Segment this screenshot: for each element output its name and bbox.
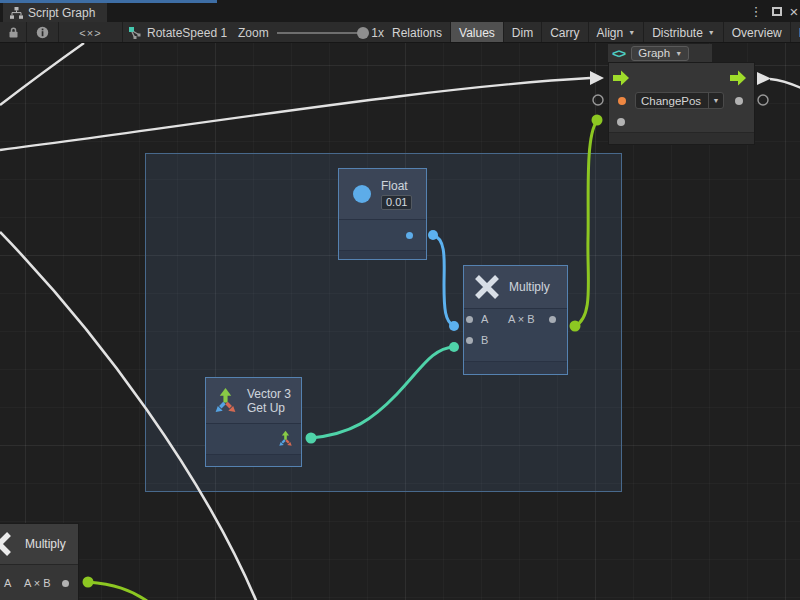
toolbar-divider xyxy=(122,22,123,43)
node-footer xyxy=(609,132,754,144)
graph-toolbar: <×> RotateSpeed 1 Zoom 1x Relations Valu… xyxy=(0,22,800,43)
graph-dropdown-button[interactable]: Graph ▼ xyxy=(631,46,689,61)
wire-arrowhead-out xyxy=(757,72,771,85)
lock-icon xyxy=(7,26,20,39)
graph-hierarchy-icon xyxy=(10,7,23,19)
maximize-glyph xyxy=(772,7,782,16)
toolbar-buttons: Relations Values Dim Carry Align▼ Distri… xyxy=(384,22,800,43)
overview-button[interactable]: Overview xyxy=(724,22,791,43)
info-icon xyxy=(36,26,49,39)
chevron-down-icon: ▼ xyxy=(708,93,723,108)
output-port[interactable] xyxy=(62,580,69,587)
relations-button[interactable]: Relations xyxy=(384,22,451,43)
output-label: A × B xyxy=(24,577,51,589)
tab-bar: Script Graph ⋮ × xyxy=(0,0,800,22)
zoom-control: Zoom 1x xyxy=(238,22,384,43)
selection-marquee xyxy=(145,153,622,492)
graph-reference-label: RotateSpeed 1 xyxy=(147,26,227,40)
align-dropdown-button[interactable]: Align▼ xyxy=(589,22,645,43)
value-port[interactable] xyxy=(617,118,625,126)
full-screen-button[interactable]: Full Screen xyxy=(791,22,800,43)
zoom-value: 1x xyxy=(371,26,384,40)
wire-endpoint xyxy=(592,115,603,126)
wire-white-out-of-event[interactable] xyxy=(770,79,800,88)
graph-header-strip: <> Graph ▼ xyxy=(608,44,712,62)
tab-script-graph[interactable]: Script Graph xyxy=(3,3,107,22)
chevron-down-icon: ▼ xyxy=(708,29,715,36)
dim-button[interactable]: Dim xyxy=(504,22,542,43)
node-title: Multiply xyxy=(25,537,66,551)
output-port[interactable] xyxy=(735,97,743,105)
value-port-orange[interactable] xyxy=(618,97,626,105)
script-graph-window: Script Graph ⋮ × <×> xyxy=(0,0,800,600)
chevron-down-icon: ▼ xyxy=(628,29,635,36)
zoom-slider-handle[interactable] xyxy=(357,27,369,39)
code-preview-button[interactable]: <×> xyxy=(59,22,122,43)
multiply-node-partial[interactable]: Multiply A A × B xyxy=(0,523,79,600)
wire-endpoint xyxy=(83,577,94,588)
unconnected-port-right[interactable] xyxy=(758,95,768,105)
zoom-label: Zoom xyxy=(238,26,269,40)
visual-script-icon: <> xyxy=(612,46,625,61)
wire-white-into-event[interactable] xyxy=(0,78,590,150)
carry-button[interactable]: Carry xyxy=(542,22,588,43)
graph-breadcrumb[interactable]: RotateSpeed 1 xyxy=(128,22,238,43)
zoom-slider-track[interactable] xyxy=(277,32,368,34)
wire-multiply2-output[interactable] xyxy=(88,582,147,600)
maximize-icon[interactable] xyxy=(768,0,786,22)
multiply-icon xyxy=(0,531,12,557)
info-button[interactable] xyxy=(27,22,58,43)
changepos-event-dropdown[interactable]: ChangePos ▼ xyxy=(635,92,724,109)
close-icon[interactable]: × xyxy=(786,0,800,22)
lock-button[interactable] xyxy=(0,22,26,43)
window-menu-icon[interactable]: ⋮ xyxy=(748,0,764,22)
values-button[interactable]: Values xyxy=(451,22,504,43)
unconnected-port-left[interactable] xyxy=(593,95,603,105)
code-icon: <×> xyxy=(79,27,101,39)
tab-title: Script Graph xyxy=(28,6,95,20)
event-node[interactable]: ChangePos ▼ xyxy=(608,62,755,145)
distribute-dropdown-button[interactable]: Distribute▼ xyxy=(644,22,724,43)
wire-arrowhead-in xyxy=(590,71,604,85)
graph-canvas[interactable]: <> Graph ▼ ChangePos ▼ xyxy=(0,43,800,600)
script-graph-asset-icon xyxy=(128,26,141,39)
port-label-a: A xyxy=(4,577,11,589)
chevron-down-icon: ▼ xyxy=(675,50,682,57)
wire-white-topleft[interactable] xyxy=(0,43,84,105)
focused-tab-accent-line xyxy=(0,0,217,3)
